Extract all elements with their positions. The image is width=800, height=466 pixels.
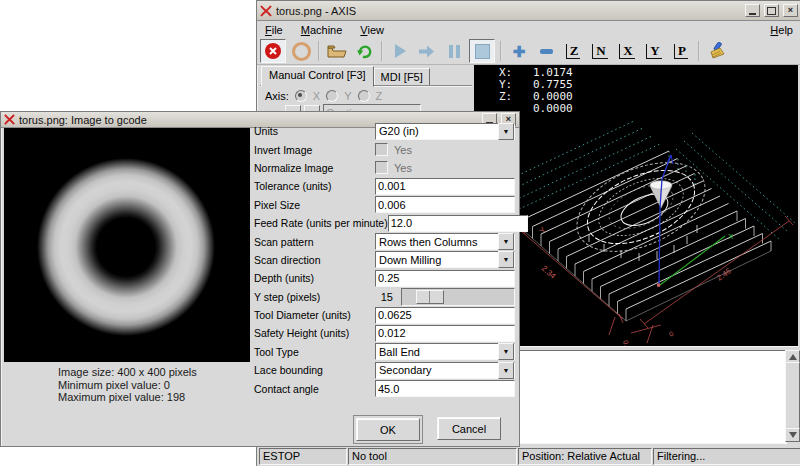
reload-file-button[interactable] [352,40,376,62]
close-icon[interactable]: × [783,4,798,17]
run-button[interactable] [388,40,412,62]
menu-view[interactable]: View [360,24,384,36]
form-row-units: Units G20 (in) ▼ [254,122,515,140]
view-y-button[interactable]: Y [642,40,666,62]
toolbar-separator [381,41,383,61]
machine-power-icon [292,42,311,61]
pixel-size-input[interactable] [375,196,515,213]
chevron-down-icon: ▼ [498,343,514,360]
status-position: Position: Relative Actual [518,448,652,465]
tolerance-input[interactable] [375,178,515,195]
lace-bounding-combo[interactable]: Secondary ▼ [375,362,515,379]
scan-direction-combo[interactable]: Down Milling ▼ [375,251,515,268]
view-x-button[interactable]: X [615,40,639,62]
contact-angle-input[interactable] [375,380,515,397]
form-row-y-step: Y step (pixels) 15 [254,288,515,306]
step-button[interactable] [415,40,439,62]
gcode-scrollbar[interactable] [785,350,798,442]
form-row-scan-pattern: Scan pattern Rows then Columns ▼ [254,232,515,250]
form-row-pixel-size: Pixel Size [254,196,515,214]
screen: torus.png - AXIS × File Machine View Hel… [0,0,800,466]
invert-image-checkbox[interactable]: Yes [375,143,515,156]
axis-tabs: Manual Control [F3] MDI [F5] [261,66,430,87]
preview-canvas[interactable]: X Y 2.34 2.46 0.25 0 [519,119,798,346]
view-z2-button[interactable]: N [588,40,612,62]
axis-titlebar[interactable]: torus.png - AXIS × [257,1,800,21]
form-row-invert: Invert Image Yes [254,140,515,158]
form-row-depth: Depth (units) [254,269,515,287]
torus-image [4,128,250,362]
origin-marker [657,284,660,287]
safety-height-input[interactable] [375,325,515,342]
preview-x-axis-label: X [728,232,734,241]
toolbar-separator [698,41,700,61]
image-info-min: Minimum pixel value: 0 [58,379,197,392]
checkbox-icon[interactable] [375,161,388,174]
status-estop: ESTOP [259,448,347,465]
radio-axis-z[interactable] [358,90,370,102]
gcode-options-form: Units G20 (in) ▼ Invert Image Yes Normal… [254,122,515,398]
step-icon [419,45,435,58]
stop-button[interactable] [469,39,495,63]
axis-toolbar: ✚ Z N X Y P [257,38,800,65]
axis-select-row: Axis: X Y Z [265,90,382,102]
ok-button[interactable]: OK [356,418,420,441]
view-z-button[interactable]: Z [561,40,585,62]
clear-plot-button[interactable] [705,40,729,62]
maximize-icon[interactable] [764,4,779,17]
menu-help[interactable]: Help [770,24,793,36]
form-row-contact-angle: Contact angle [254,379,515,397]
form-row-lace-bounding: Lace bounding Secondary ▼ [254,361,515,379]
view-x-icon: X [619,44,634,59]
form-row-tool-type: Tool Type Ball End ▼ [254,343,515,361]
slider-handle[interactable] [416,290,444,304]
scrollbar-thumb[interactable] [785,362,800,432]
image-info: Image size: 400 x 400 pixels Minimum pix… [58,366,197,404]
tool-type-combo[interactable]: Ball End ▼ [375,343,515,360]
zoom-out-icon [540,49,553,54]
zoom-in-button[interactable]: ✚ [507,40,531,62]
axis-menubar: File Machine View Help [257,21,800,39]
image-info-max: Maximum pixel value: 198 [58,391,197,404]
machine-power-button[interactable] [289,40,313,62]
open-file-button[interactable] [325,40,349,62]
menu-machine[interactable]: Machine [301,24,343,36]
view-p-button[interactable]: P [669,40,693,62]
image-info-size: Image size: 400 x 400 pixels [58,366,197,379]
minimize-icon[interactable] [745,4,760,17]
tool-diameter-input[interactable] [375,307,515,324]
y-step-slider[interactable]: 15 [375,288,515,306]
axis-z-label: Z [376,90,383,102]
feed-rate-input[interactable] [388,215,528,232]
cancel-button[interactable]: Cancel [437,417,501,440]
zoom-in-icon: ✚ [513,44,526,59]
chevron-down-icon: ▼ [498,362,514,379]
estop-button[interactable] [260,39,286,63]
axis-label: Axis: [265,90,289,102]
tab-manual-control[interactable]: Manual Control [F3] [261,66,374,87]
depth-input[interactable] [375,270,515,287]
image-to-gcode-dialog: torus.png: Image to gcode × Image size: … [0,111,520,447]
pause-button[interactable] [442,40,466,62]
scan-pattern-combo[interactable]: Rows then Columns ▼ [375,233,515,250]
form-row-tool-diameter: Tool Diameter (units) [254,306,515,324]
zoom-out-button[interactable] [534,40,558,62]
stop-icon [475,44,490,59]
normalize-image-checkbox[interactable]: Yes [375,161,515,174]
radio-axis-x[interactable] [295,90,307,102]
dro-readout: X: 1.0174 Y: 0.7755 Z: 0.0000 0.0000 [499,67,573,115]
form-row-safety-height: Safety Height (units) [254,324,515,342]
units-combo[interactable]: G20 (in) ▼ [375,123,515,140]
gcode-listing[interactable] [519,350,787,444]
axis-statusbar: ESTOP No tool Position: Relative Actual … [257,445,800,466]
radio-axis-y[interactable] [326,90,338,102]
broom-icon [707,42,727,60]
slider-trough[interactable] [401,288,515,306]
scroll-down-icon[interactable] [785,428,800,442]
checkbox-icon[interactable] [375,143,388,156]
menu-file[interactable]: File [265,24,283,36]
chevron-down-icon: ▼ [498,233,514,250]
y-step-value: 15 [375,291,393,303]
axis-y-label: Y [344,90,351,102]
open-folder-icon [327,44,347,59]
